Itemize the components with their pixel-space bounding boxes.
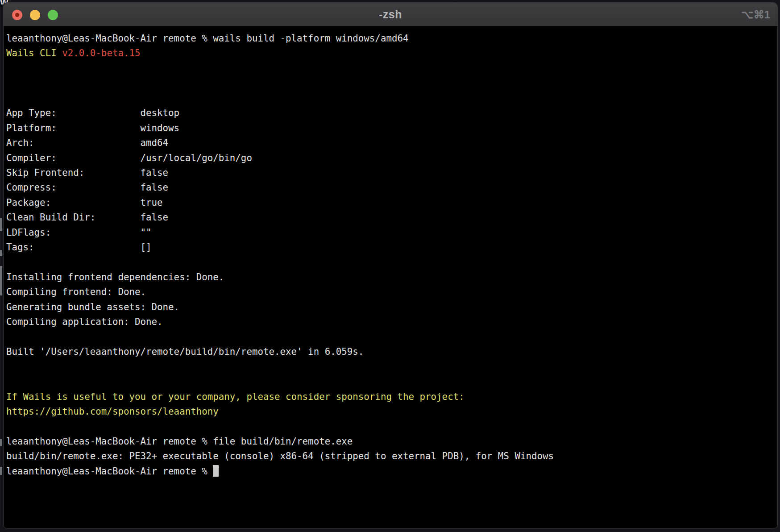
terminal-line: Tags: []: [6, 240, 774, 255]
text-segment: Clean Build Dir: false: [6, 212, 168, 223]
window-title: -zsh: [4, 3, 777, 26]
background-window-sliver: [0, 218, 2, 231]
terminal-line: Package: true: [6, 195, 774, 210]
text-segment: App Type: desktop: [6, 108, 179, 118]
terminal-cursor: [213, 465, 219, 477]
text-segment: Tags: []: [6, 242, 152, 253]
terminal-line: [6, 61, 774, 76]
text-segment: leaanthony@Leas-MacBook-Air remote % fil…: [6, 436, 353, 447]
terminal-line: Skip Frontend: false: [6, 166, 774, 180]
window-titlebar[interactable]: -zsh ⌥⌘1: [4, 3, 777, 26]
text-segment: Installing frontend dependencies: Done.: [6, 272, 224, 283]
terminal-output[interactable]: leaanthony@Leas-MacBook-Air remote % wai…: [4, 26, 777, 479]
terminal-line: Compiling frontend: Done.: [6, 285, 774, 299]
text-segment: Compress: false: [6, 182, 168, 193]
text-segment: leaanthony@Leas-MacBook-Air remote % wai…: [6, 33, 409, 44]
text-segment: v2.0.0-beta.15: [62, 48, 140, 58]
text-segment: LDFlags: "": [6, 227, 152, 238]
terminal-line: Platform: windows: [6, 121, 774, 136]
background-window-sliver: [0, 250, 2, 256]
terminal-line: Built '/Users/leaanthony/remote/build/bi…: [6, 345, 774, 359]
terminal-line: https://github.com/sponsors/leaanthony: [6, 404, 774, 419]
close-button[interactable]: [12, 10, 22, 20]
text-segment: Package: true: [6, 197, 163, 208]
zoom-button[interactable]: [48, 10, 58, 20]
text-segment: https://github.com/sponsors/leaanthony: [6, 406, 219, 417]
terminal-line: Arch: amd64: [6, 136, 774, 150]
terminal-line: Compiler: /usr/local/go/bin/go: [6, 151, 774, 166]
background-window-sliver: [0, 439, 2, 446]
terminal-line: leaanthony@Leas-MacBook-Air remote % fil…: [6, 434, 774, 449]
terminal-line: App Type: desktop: [6, 106, 774, 121]
terminal-line: [6, 419, 774, 434]
terminal-line: [6, 330, 774, 345]
text-segment: Platform: windows: [6, 123, 179, 133]
terminal-line: [6, 91, 774, 106]
minimize-button[interactable]: [30, 10, 40, 20]
window-shortcut-badge: ⌥⌘1: [741, 3, 770, 27]
text-segment: Skip Frontend: false: [6, 167, 168, 178]
terminal-line: leaanthony@Leas-MacBook-Air remote % wai…: [6, 31, 774, 46]
terminal-line: Compress: false: [6, 180, 774, 195]
text-segment: Compiling frontend: Done.: [6, 287, 146, 297]
terminal-line: Wails CLI v2.0.0-beta.15: [6, 46, 774, 61]
text-segment: Compiler: /usr/local/go/bin/go: [6, 153, 252, 163]
terminal-line: Clean Build Dir: false: [6, 210, 774, 225]
terminal-line: Installing frontend dependencies: Done.: [6, 270, 774, 285]
text-segment: leaanthony@Leas-MacBook-Air remote %: [6, 466, 213, 477]
text-segment: Generating bundle assets: Done.: [6, 302, 179, 312]
text-segment: Built '/Users/leaanthony/remote/build/bi…: [6, 346, 364, 357]
text-segment: Compiling application: Done.: [6, 316, 163, 327]
terminal-line: If Wails is useful to you or your compan…: [6, 390, 774, 404]
terminal-line: Compiling application: Done.: [6, 315, 774, 329]
terminal-line: LDFlags: "": [6, 225, 774, 240]
background-window-sliver: [0, 266, 2, 295]
text-segment: Wails CLI: [6, 48, 62, 58]
text-segment: build/bin/remote.exe: PE32+ executable (…: [6, 451, 554, 461]
terminal-line: leaanthony@Leas-MacBook-Air remote %: [6, 464, 774, 479]
terminal-window: -zsh ⌥⌘1 leaanthony@Leas-MacBook-Air rem…: [3, 2, 778, 529]
text-segment: Arch: amd64: [6, 137, 168, 148]
terminal-line: [6, 255, 774, 270]
terminal-line: [6, 76, 774, 91]
terminal-line: [6, 360, 774, 374]
terminal-line: build/bin/remote.exe: PE32+ executable (…: [6, 449, 774, 464]
terminal-line: [6, 374, 774, 389]
background-window-sliver: [0, 467, 2, 475]
text-segment: If Wails is useful to you or your compan…: [6, 391, 465, 402]
traffic-lights: [12, 10, 58, 20]
terminal-line: Generating bundle assets: Done.: [6, 300, 774, 315]
